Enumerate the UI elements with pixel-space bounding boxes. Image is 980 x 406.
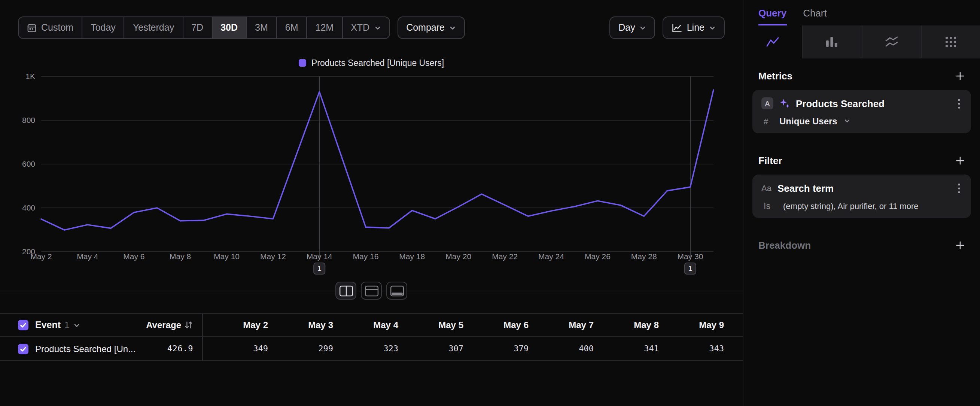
filter-operator: Is [764, 201, 776, 210]
average-header-cell[interactable]: Average [150, 320, 193, 330]
date-range-label: 7D [191, 22, 203, 33]
metric-menu-button[interactable] [956, 96, 962, 110]
metric-card[interactable]: A Products Searched # Unique Users [752, 90, 971, 133]
main-area: CustomTodayYesterday7D30D3M6M12MXTD Comp… [0, 0, 743, 406]
svg-text:1: 1 [688, 264, 692, 272]
metrics-heading: Metrics [758, 70, 792, 81]
string-property-icon: Aa [761, 183, 772, 193]
column-header[interactable]: May 5 [398, 320, 463, 330]
viz-tab-stacked-chart[interactable] [861, 25, 921, 59]
compare-button[interactable]: Compare [397, 16, 465, 39]
date-column-headers: May 2May 3May 4May 5May 6May 7May 8May 9 [202, 314, 724, 336]
column-header[interactable]: May 7 [528, 320, 594, 330]
grid-dots-icon [945, 36, 957, 48]
x-tick-label: May 24 [538, 252, 564, 261]
date-range-30d[interactable]: 30D [212, 17, 247, 38]
calendar-icon [27, 23, 37, 33]
filter-heading: Filter [758, 155, 782, 166]
cell-value: 400 [528, 344, 594, 353]
column-header[interactable]: May 9 [659, 320, 724, 330]
aggregation-label: Unique Users [780, 116, 837, 126]
column-header[interactable]: May 4 [333, 320, 398, 330]
date-range-3m[interactable]: 3M [247, 17, 277, 38]
date-range-6m[interactable]: 6M [277, 17, 307, 38]
metric-letter-badge: A [761, 97, 773, 109]
x-tick-label: May 4 [77, 252, 99, 261]
table-header-row: Event 1 Average May 2May 3May 4May 5May … [0, 313, 743, 337]
app: CustomTodayYesterday7D30D3M6M12MXTD Comp… [0, 0, 980, 406]
add-breakdown-button[interactable] [954, 239, 967, 251]
row-checkbox[interactable] [18, 344, 29, 354]
query-sidebar: Query Chart Metrics A Products Searched [743, 0, 980, 406]
chart-type-button[interactable]: Line [663, 16, 725, 39]
cell-value: 343 [659, 344, 724, 353]
kebab-icon [958, 98, 961, 109]
add-metric-button[interactable] [954, 69, 967, 82]
chart-line[interactable] [41, 90, 713, 230]
viz-tab-line-chart[interactable] [743, 25, 802, 59]
date-range-12m[interactable]: 12M [307, 17, 343, 38]
viz-tab-bar-chart[interactable] [802, 25, 862, 59]
viz-tab-grid-dots[interactable] [921, 25, 980, 59]
date-range-yesterday[interactable]: Yesterday [125, 17, 183, 38]
filter-condition[interactable]: Is (empty string), Air purifier, or 11 m… [761, 200, 962, 211]
filter-property-name: Search term [778, 182, 950, 194]
x-tick-label: May 18 [399, 252, 425, 261]
x-tick-label: May 8 [170, 252, 191, 261]
date-range-custom[interactable]: Custom [19, 17, 82, 38]
column-header[interactable]: May 3 [268, 320, 333, 330]
check-icon [19, 345, 27, 352]
line-chart-icon [672, 23, 682, 33]
annotation-badge[interactable]: 1 [685, 263, 696, 274]
x-tick-label: May 30 [678, 252, 703, 261]
tab-query-label: Query [758, 7, 786, 18]
y-tick-label: 600 [22, 159, 35, 168]
filter-menu-button[interactable] [956, 181, 962, 195]
date-range-label: XTD [351, 22, 369, 33]
date-value-cells: 349299323307379400341343 [202, 337, 724, 360]
select-all-checkbox[interactable] [18, 320, 29, 330]
add-filter-button[interactable] [954, 154, 967, 167]
layout-toggle-split-columns[interactable] [336, 282, 356, 299]
tab-query[interactable]: Query [758, 0, 786, 25]
aggregation-selector[interactable]: # Unique Users [761, 115, 962, 127]
chart-legend[interactable]: Products Searched [Unique Users] [0, 59, 743, 67]
granularity-button[interactable]: Day [609, 16, 655, 39]
table-row[interactable]: Products Searched [Un... 426.9 349299323… [0, 337, 743, 361]
metric-name: Products Searched [796, 98, 950, 109]
layout-toggle-split-rows[interactable] [361, 282, 382, 299]
event-header-cell[interactable]: Event 1 [18, 320, 150, 330]
line-chart[interactable]: 2004006008001KMay 2May 4May 6May 8May 10… [0, 69, 743, 283]
count-prefix: # [764, 116, 773, 126]
annotation-badge[interactable]: 1 [314, 263, 325, 274]
cell-value: 349 [203, 344, 268, 353]
svg-text:1: 1 [317, 264, 321, 272]
layout-toggle-bottom-drawer[interactable] [386, 282, 407, 299]
date-range-xtd[interactable]: XTD [342, 17, 389, 38]
chart-controls: Day Line [609, 16, 725, 39]
date-range-today[interactable]: Today [82, 17, 125, 38]
legend-swatch [299, 59, 306, 67]
event-sparkle-icon [780, 98, 790, 108]
x-tick-label: May 26 [585, 252, 611, 261]
column-header[interactable]: May 2 [203, 320, 268, 330]
filter-card[interactable]: Aa Search term Is (empty string), Air pu… [752, 175, 971, 218]
sort-icon[interactable] [184, 321, 193, 330]
column-header[interactable]: May 6 [463, 320, 528, 330]
plus-icon [955, 240, 965, 250]
tab-chart[interactable]: Chart [803, 0, 827, 25]
sidebar-tabs: Query Chart [743, 0, 980, 25]
x-tick-label: May 12 [260, 252, 286, 261]
average-value: 426.9 [167, 344, 193, 353]
date-range-7d[interactable]: 7D [183, 17, 212, 38]
results-table: Event 1 Average May 2May 3May 4May 5May … [0, 313, 743, 361]
date-range-label: Yesterday [133, 22, 174, 33]
x-tick-label: May 16 [353, 252, 379, 261]
cell-value: 307 [398, 344, 463, 353]
chevron-down-icon [640, 24, 646, 31]
x-tick-label: May 20 [445, 252, 471, 261]
average-value-cell: 426.9 [150, 344, 193, 353]
x-tick-label: May 28 [631, 252, 657, 261]
column-header[interactable]: May 8 [594, 320, 659, 330]
metrics-section-header: Metrics [743, 68, 980, 83]
